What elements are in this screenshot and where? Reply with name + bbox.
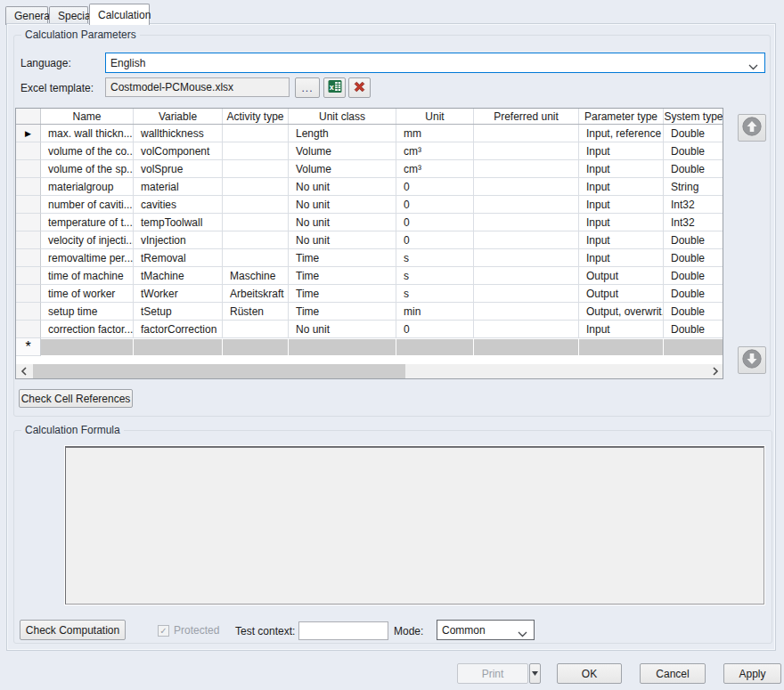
new-row-cell[interactable] — [223, 339, 289, 355]
grid-cell-name[interactable]: time of worker — [41, 285, 134, 303]
grid-cell-preferred[interactable] — [474, 249, 579, 267]
grid-cell-unit_class[interactable]: No unit — [289, 196, 396, 214]
new-row-cell[interactable] — [579, 339, 664, 355]
move-row-up-button[interactable] — [738, 114, 766, 142]
grid-cell-unit_class[interactable]: No unit — [289, 321, 396, 338]
grid-cell-name[interactable]: max. wall thickn... — [41, 125, 134, 142]
row-header-cell[interactable] — [16, 231, 41, 249]
grid-cell-unit[interactable]: s — [396, 267, 474, 285]
grid-cell-preferred[interactable] — [474, 303, 579, 321]
test-context-input[interactable] — [298, 621, 388, 640]
grid-cell-sys_type[interactable]: Double — [664, 125, 723, 142]
parameter-grid[interactable]: NameVariableActivity typeUnit classUnitP… — [15, 108, 723, 379]
tab-general[interactable]: General — [5, 6, 48, 25]
check-cell-references-button[interactable]: Check Cell References — [19, 389, 133, 408]
column-header[interactable]: Parameter type — [579, 109, 664, 124]
grid-cell-name[interactable]: correction factor... — [41, 321, 134, 338]
grid-cell-variable[interactable]: material — [134, 178, 223, 196]
grid-cell-unit_class[interactable]: Time — [289, 285, 396, 303]
row-header-cell[interactable] — [16, 303, 41, 321]
grid-cell-variable[interactable]: factorCorrection — [134, 321, 223, 338]
move-row-down-button[interactable] — [738, 346, 766, 374]
grid-cell-unit[interactable]: min — [396, 303, 474, 321]
remove-template-button[interactable] — [348, 77, 371, 98]
grid-horizontal-scrollbar[interactable] — [16, 364, 723, 378]
grid-cell-name[interactable]: materialgroup — [41, 178, 134, 196]
column-header[interactable]: System type — [664, 109, 723, 124]
grid-cell-name[interactable]: setup time — [41, 303, 134, 321]
grid-cell-sys_type[interactable]: Double — [664, 249, 723, 267]
current-row-indicator[interactable]: ▶ — [16, 125, 41, 142]
grid-cell-preferred[interactable] — [474, 196, 579, 214]
grid-cell-activity[interactable] — [223, 160, 289, 178]
grid-cell-param_type[interactable]: Input — [579, 214, 664, 231]
grid-cell-unit_class[interactable]: Time — [289, 267, 396, 285]
new-row-cell[interactable] — [664, 339, 723, 355]
grid-cell-param_type[interactable]: Output, overwrit... — [579, 303, 664, 321]
grid-cell-unit_class[interactable]: Time — [289, 303, 396, 321]
grid-cell-param_type[interactable]: Input — [579, 160, 664, 178]
grid-cell-variable[interactable]: tempToolwall — [134, 214, 223, 231]
grid-cell-unit_class[interactable]: Time — [289, 249, 396, 267]
grid-cell-unit_class[interactable]: No unit — [289, 178, 396, 196]
row-header-cell[interactable] — [16, 196, 41, 214]
grid-cell-activity[interactable] — [223, 321, 289, 338]
grid-cell-unit_class[interactable]: No unit — [289, 231, 396, 249]
grid-cell-activity[interactable]: Arbeitskraft — [223, 285, 289, 303]
grid-cell-name[interactable]: temperature of t... — [41, 214, 134, 231]
apply-button[interactable]: Apply — [723, 663, 781, 684]
grid-cell-activity[interactable] — [223, 125, 289, 142]
grid-cell-variable[interactable]: wallthickness — [134, 125, 223, 142]
grid-cell-activity[interactable] — [223, 196, 289, 214]
grid-cell-preferred[interactable] — [474, 178, 579, 196]
grid-cell-sys_type[interactable]: String — [664, 178, 723, 196]
new-row[interactable]: * — [16, 338, 723, 356]
row-header-cell[interactable] — [16, 142, 41, 160]
grid-cell-variable[interactable]: tWorker — [134, 285, 223, 303]
grid-cell-sys_type[interactable]: Int32 — [664, 196, 723, 214]
grid-cell-activity[interactable] — [223, 249, 289, 267]
mode-combobox[interactable]: Common — [437, 620, 535, 640]
row-header-cell[interactable] — [16, 249, 41, 267]
grid-cell-unit_class[interactable]: Volume — [289, 160, 396, 178]
row-header-cell[interactable] — [16, 178, 41, 196]
grid-cell-sys_type[interactable]: Double — [664, 267, 723, 285]
grid-cell-param_type[interactable]: Input — [579, 178, 664, 196]
grid-cell-param_type[interactable]: Input — [579, 231, 664, 249]
grid-cell-sys_type[interactable]: Int32 — [664, 214, 723, 231]
grid-cell-preferred[interactable] — [474, 285, 579, 303]
open-excel-button[interactable]: x — [323, 77, 346, 98]
grid-cell-sys_type[interactable]: Double — [664, 231, 723, 249]
grid-cell-unit_class[interactable]: Length — [289, 125, 396, 142]
cancel-button[interactable]: Cancel — [640, 663, 706, 684]
grid-cell-preferred[interactable] — [474, 125, 579, 142]
grid-cell-activity[interactable]: Rüsten — [223, 303, 289, 321]
grid-cell-activity[interactable] — [223, 231, 289, 249]
new-row-cell[interactable] — [41, 339, 134, 355]
grid-cell-sys_type[interactable]: Double — [664, 321, 723, 338]
grid-cell-variable[interactable]: volSprue — [134, 160, 223, 178]
grid-cell-variable[interactable]: cavities — [134, 196, 223, 214]
grid-cell-activity[interactable] — [223, 178, 289, 196]
row-header-cell[interactable] — [16, 160, 41, 178]
grid-cell-name[interactable]: volume of the sp... — [41, 160, 134, 178]
grid-cell-variable[interactable]: tMachine — [134, 267, 223, 285]
grid-cell-unit[interactable]: 0 — [396, 196, 474, 214]
column-header[interactable]: Name — [41, 109, 134, 124]
grid-cell-sys_type[interactable]: Double — [664, 285, 723, 303]
row-header-cell[interactable] — [16, 285, 41, 303]
column-header[interactable]: Unit class — [289, 109, 396, 124]
grid-cell-name[interactable]: time of machine — [41, 267, 134, 285]
column-header[interactable]: Activity type — [223, 109, 289, 124]
scroll-right-icon[interactable] — [707, 364, 723, 378]
grid-cell-activity[interactable] — [223, 214, 289, 231]
grid-cell-unit_class[interactable]: No unit — [289, 214, 396, 231]
grid-cell-preferred[interactable] — [474, 231, 579, 249]
grid-cell-activity[interactable]: Maschine — [223, 267, 289, 285]
browse-button[interactable]: ... — [295, 77, 320, 98]
row-header-cell[interactable] — [16, 214, 41, 231]
grid-cell-unit[interactable]: 0 — [396, 178, 474, 196]
grid-cell-sys_type[interactable]: Double — [664, 142, 723, 160]
check-computation-button[interactable]: Check Computation — [20, 620, 126, 640]
grid-cell-preferred[interactable] — [474, 142, 579, 160]
